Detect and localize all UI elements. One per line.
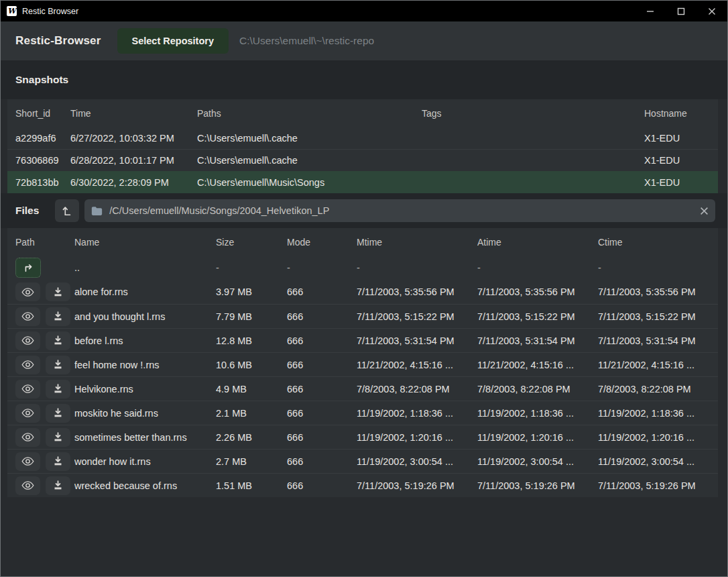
clear-path-button[interactable] bbox=[692, 199, 715, 222]
app-window: W Restic Browser Restic-Browser Select R… bbox=[0, 0, 728, 577]
download-file-button[interactable] bbox=[46, 452, 70, 471]
preview-file-button[interactable] bbox=[15, 428, 40, 447]
file-size: 4.9 MB bbox=[216, 384, 287, 395]
file-name: alone for.rns bbox=[74, 286, 216, 297]
file-ctime: - bbox=[598, 262, 718, 273]
preview-file-button[interactable] bbox=[15, 380, 40, 399]
file-name: sometimes better than.rns bbox=[74, 432, 216, 443]
file-size: 10.6 MB bbox=[216, 360, 287, 370]
eye-icon bbox=[21, 384, 34, 394]
preview-file-button[interactable] bbox=[15, 356, 40, 374]
file-name: Helvikone.rns bbox=[74, 384, 216, 395]
snapshots-heading: Snapshots bbox=[15, 74, 68, 86]
file-ctime: 7/8/2003, 8:22:08 PM bbox=[598, 384, 718, 395]
download-file-button[interactable] bbox=[46, 428, 70, 447]
file-ctime: 11/19/2002, 3:00:54 ... bbox=[598, 456, 718, 467]
column-header-tags: Tags bbox=[422, 108, 644, 119]
file-atime: 7/11/2003, 5:31:54 PM bbox=[477, 335, 598, 346]
snapshots-table: Short_id Time Paths Tags Hostname a2299a… bbox=[1, 99, 727, 193]
eye-icon bbox=[21, 287, 34, 297]
file-atime: 7/11/2003, 5:15:22 PM bbox=[477, 311, 598, 322]
download-icon bbox=[53, 384, 63, 394]
file-mtime: 7/11/2003, 5:15:22 PM bbox=[357, 311, 477, 322]
select-repository-button[interactable]: Select Repository bbox=[117, 28, 229, 54]
column-header-path: Path bbox=[7, 237, 74, 248]
file-mtime: 11/19/2002, 3:00:54 ... bbox=[357, 456, 477, 467]
file-mode: 666 bbox=[287, 360, 357, 370]
download-file-button[interactable] bbox=[46, 380, 70, 399]
snapshot-short-id: 72b813bb bbox=[7, 177, 70, 188]
column-header-hostname: Hostname bbox=[644, 108, 718, 119]
preview-file-button[interactable] bbox=[15, 452, 40, 471]
column-header-atime: Atime bbox=[477, 237, 598, 248]
clear-icon bbox=[700, 207, 709, 215]
current-path-bar[interactable]: /C/Users/emuell/Music/Songs/2004_Helveti… bbox=[84, 199, 715, 222]
download-icon bbox=[53, 432, 63, 442]
app-title: Restic-Browser bbox=[15, 34, 101, 48]
file-mtime: 7/11/2003, 5:19:26 PM bbox=[357, 480, 477, 491]
go-up-level-button[interactable] bbox=[55, 199, 79, 222]
snapshot-paths: C:\Users\emuell\.cache bbox=[197, 155, 422, 166]
file-row: sometimes better than.rns 2.26 MB 666 11… bbox=[7, 425, 718, 449]
snapshot-time: 6/27/2022, 10:03:32 PM bbox=[70, 133, 197, 144]
download-icon bbox=[53, 408, 63, 418]
file-mode: 666 bbox=[287, 286, 357, 297]
preview-file-button[interactable] bbox=[15, 476, 40, 495]
files-section-header: Files /C/Users/emuell/Music/Songs/2004_H… bbox=[1, 193, 727, 228]
maximize-button[interactable] bbox=[666, 1, 696, 21]
eye-icon bbox=[21, 335, 34, 346]
eye-icon bbox=[21, 432, 34, 442]
preview-file-button[interactable] bbox=[15, 404, 40, 423]
file-actions bbox=[7, 476, 74, 495]
download-file-button[interactable] bbox=[46, 282, 70, 301]
file-row: feel home now !.rns 10.6 MB 666 11/21/20… bbox=[7, 352, 718, 376]
file-mode: 666 bbox=[287, 335, 357, 346]
snapshots-table-header: Short_id Time Paths Tags Hostname bbox=[7, 99, 718, 127]
download-file-button[interactable] bbox=[46, 307, 70, 326]
file-row: moskito he said.rns 2.1 MB 666 11/19/200… bbox=[7, 401, 718, 425]
file-mode: 666 bbox=[287, 456, 357, 467]
preview-file-button[interactable] bbox=[15, 307, 40, 326]
file-row: wonder how it.rns 2.7 MB 666 11/19/2002,… bbox=[7, 449, 718, 473]
parent-directory-row: .. - - - - - bbox=[7, 256, 718, 280]
close-button[interactable] bbox=[696, 1, 727, 21]
snapshot-row[interactable]: 76306869 6/28/2022, 10:01:17 PM C:\Users… bbox=[7, 149, 718, 171]
download-file-button[interactable] bbox=[46, 331, 70, 350]
snapshot-time: 6/30/2022, 2:28:09 PM bbox=[70, 177, 197, 188]
minimize-button[interactable] bbox=[635, 1, 666, 21]
titlebar: W Restic Browser bbox=[1, 1, 727, 21]
download-file-button[interactable] bbox=[46, 356, 70, 374]
preview-file-button[interactable] bbox=[15, 282, 40, 301]
download-file-button[interactable] bbox=[46, 404, 70, 423]
file-atime: 11/19/2002, 1:18:36 ... bbox=[477, 408, 598, 419]
file-ctime: 7/11/2003, 5:35:56 PM bbox=[598, 286, 718, 297]
files-heading: Files bbox=[15, 205, 39, 217]
file-mode: 666 bbox=[287, 408, 357, 419]
repository-path[interactable]: C:\Users\emuell\~\restic-repo bbox=[239, 35, 374, 47]
up-directory-button[interactable] bbox=[15, 258, 41, 278]
file-size: 1.51 MB bbox=[216, 480, 287, 491]
column-header-paths: Paths bbox=[197, 108, 422, 119]
snapshots-rows: a2299af6 6/27/2022, 10:03:32 PM C:\Users… bbox=[7, 127, 718, 193]
file-row: before l.rns 12.8 MB 666 7/11/2003, 5:31… bbox=[7, 328, 718, 352]
snapshot-row[interactable]: a2299af6 6/27/2022, 10:03:32 PM C:\Users… bbox=[7, 127, 718, 149]
file-ctime: 7/11/2003, 5:31:54 PM bbox=[598, 335, 718, 346]
file-name: .. bbox=[74, 262, 216, 273]
file-atime: 11/19/2002, 1:20:16 ... bbox=[477, 432, 598, 443]
snapshot-hostname: X1-EDU bbox=[644, 133, 718, 144]
file-ctime: 11/21/2002, 4:15:16 ... bbox=[598, 360, 718, 370]
file-atime: 7/8/2003, 8:22:08 PM bbox=[477, 384, 598, 395]
file-mtime: 11/19/2002, 1:20:16 ... bbox=[357, 432, 477, 443]
file-mtime: - bbox=[357, 262, 477, 273]
file-ctime: 11/19/2002, 1:18:36 ... bbox=[598, 408, 718, 419]
column-header-mtime: Mtime bbox=[357, 237, 477, 248]
current-path-text: /C/Users/emuell/Music/Songs/2004_Helveti… bbox=[109, 205, 692, 216]
download-file-button[interactable] bbox=[46, 476, 70, 495]
file-name: wonder how it.rns bbox=[74, 456, 216, 467]
file-atime: 11/21/2002, 4:15:16 ... bbox=[477, 360, 598, 370]
file-ctime: 7/11/2003, 5:15:22 PM bbox=[598, 311, 718, 322]
files-table-header: Path Name Size Mode Mtime Atime Ctime bbox=[7, 228, 718, 256]
preview-file-button[interactable] bbox=[15, 331, 40, 350]
snapshot-row[interactable]: 72b813bb 6/30/2022, 2:28:09 PM C:\Users\… bbox=[7, 171, 718, 193]
eye-icon bbox=[21, 360, 34, 370]
